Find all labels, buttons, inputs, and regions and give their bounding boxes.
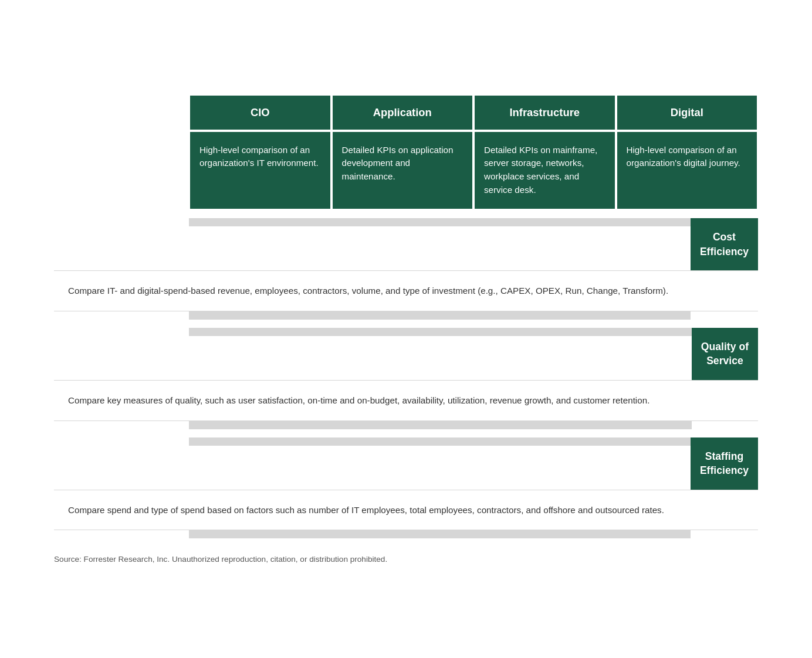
header-digital: Digital (616, 94, 759, 131)
staffing-efficiency-content: Compare spend and type of spend based on… (54, 490, 758, 531)
spacer-qs-3 (441, 328, 566, 336)
spacer-se-1 (189, 437, 313, 446)
cost-efficiency-section: Cost Efficiency Compare IT- and digital-… (54, 218, 758, 320)
spacer-se-b3 (440, 530, 564, 538)
spacer-se-2 (314, 437, 439, 446)
main-container: CIO Application Infrastructure Digital H… (54, 94, 758, 564)
header-empty (54, 94, 189, 131)
staffing-efficiency-label: Staffing Efficiency (691, 437, 758, 490)
spacer-se-3 (440, 437, 564, 446)
spacer-qs-4 (567, 328, 692, 336)
spacer-se-b2 (314, 530, 439, 538)
spacer-gray-4 (566, 218, 691, 226)
spacer-qs-2 (315, 328, 440, 336)
spacer-qs-b4 (567, 421, 692, 429)
spacer-gray-b1 (189, 311, 313, 320)
spacer-gray-b2 (314, 311, 439, 320)
quality-service-label: Quality of Service (692, 328, 758, 380)
spacer-qs-1 (189, 328, 314, 336)
spacer-gray-b3 (440, 311, 564, 320)
spacer-gray-3 (440, 218, 564, 226)
spacer-gray-b4 (566, 311, 691, 320)
header-cio: CIO (189, 94, 331, 131)
spacer-se-b4 (566, 530, 691, 538)
main-grid: CIO Application Infrastructure Digital H… (54, 94, 758, 210)
desc-infrastructure: Detailed KPIs on mainframe, server stora… (473, 131, 616, 210)
desc-cio: High-level comparison of an organization… (189, 131, 331, 210)
spacer-qs-b2 (315, 421, 440, 429)
spacer-qs-b3 (441, 421, 566, 429)
spacer-se-4 (566, 437, 691, 446)
cost-efficiency-content: Compare IT- and digital-spend-based reve… (54, 270, 758, 311)
staffing-efficiency-section: Staffing Efficiency Compare spend and ty… (54, 437, 758, 539)
source-text: Source: Forrester Research, Inc. Unautho… (54, 555, 758, 564)
header-application: Application (331, 94, 474, 131)
spacer-qs-b1 (189, 421, 314, 429)
desc-application: Detailed KPIs on application development… (331, 131, 474, 210)
spacer-gray-2 (314, 218, 439, 226)
cost-efficiency-label: Cost Efficiency (691, 218, 758, 270)
header-infrastructure: Infrastructure (473, 94, 616, 131)
desc-digital: High-level comparison of an organization… (616, 131, 759, 210)
spacer-se-b1 (189, 530, 313, 538)
quality-service-content: Compare key measures of quality, such as… (54, 380, 758, 421)
spacer-gray-1 (189, 218, 313, 226)
quality-service-section: Quality of Service Compare key measures … (54, 328, 758, 429)
desc-empty (54, 131, 189, 210)
